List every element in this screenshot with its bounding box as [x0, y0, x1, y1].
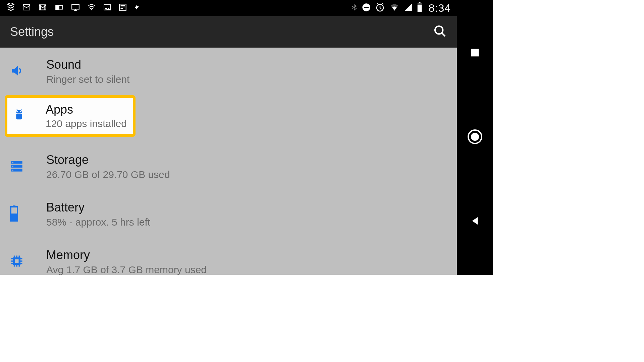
- svg-rect-11: [419, 2, 420, 3]
- status-clock: 8:34: [429, 2, 451, 14]
- device-frame: 8:34 Settings Sound Ringer set to silent: [0, 0, 493, 275]
- nav-home-button[interactable]: [467, 129, 483, 146]
- row-subtitle: Avg 1.7 GB of 3.7 GB memory used: [46, 264, 207, 276]
- status-bar: 8:34: [0, 0, 457, 16]
- dnd-icon: [362, 3, 371, 13]
- outlook-icon: [54, 3, 64, 13]
- image-icon: [103, 3, 112, 13]
- settings-list: Sound Ringer set to silent Storage 26.70…: [0, 48, 457, 275]
- row-title: Storage: [46, 153, 170, 167]
- alarm-icon: [375, 2, 385, 14]
- settings-item-storage[interactable]: Storage 26.70 GB of 29.70 GB used: [0, 143, 457, 190]
- row-title: Memory: [46, 248, 207, 262]
- svg-rect-20: [11, 214, 17, 220]
- wifi-signal-icon: [389, 3, 400, 13]
- memory-chip-icon: [9, 254, 24, 270]
- svg-point-18: [12, 170, 13, 171]
- row-subtitle: 120 apps installed: [46, 118, 127, 129]
- storage-icon: [9, 159, 24, 174]
- svg-rect-10: [417, 5, 422, 12]
- row-title: Battery: [46, 200, 150, 215]
- svg-rect-24: [16, 114, 22, 120]
- flash-icon: [133, 3, 140, 13]
- svg-rect-27: [471, 49, 479, 57]
- svg-point-25: [17, 111, 18, 112]
- row-subtitle: Ringer set to silent: [46, 74, 129, 85]
- nav-back-button[interactable]: [469, 215, 481, 228]
- svg-rect-23: [15, 259, 19, 263]
- app-bar: Settings: [0, 16, 457, 48]
- svg-point-29: [471, 133, 479, 141]
- status-left-icons: [6, 3, 140, 13]
- wifi-icon: [87, 3, 97, 13]
- settings-item-apps[interactable]: Apps 120 apps installed: [5, 95, 136, 137]
- svg-rect-7: [364, 7, 369, 8]
- nav-recent-button[interactable]: [469, 47, 481, 60]
- stack-icon: [6, 3, 15, 13]
- row-title: Sound: [46, 58, 129, 72]
- svg-rect-2: [72, 4, 79, 9]
- bluetooth-icon: [351, 2, 358, 14]
- cell-signal-icon: [404, 3, 413, 13]
- svg-point-16: [12, 162, 13, 163]
- monitor-icon: [70, 3, 80, 13]
- svg-point-26: [20, 111, 21, 112]
- android-apps-icon: [12, 108, 26, 124]
- volume-icon: [9, 63, 24, 79]
- search-icon[interactable]: [433, 24, 447, 39]
- settings-item-sound[interactable]: Sound Ringer set to silent: [0, 48, 457, 95]
- svg-rect-0: [55, 5, 59, 10]
- row-subtitle: 58% - approx. 5 hrs left: [46, 217, 150, 228]
- battery-icon: [417, 2, 423, 14]
- news-icon: [118, 3, 127, 13]
- svg-point-12: [435, 26, 443, 34]
- mail-icon: [21, 3, 32, 13]
- app-bar-title: Settings: [10, 25, 54, 39]
- row-title: Apps: [46, 103, 127, 117]
- svg-rect-21: [13, 205, 15, 207]
- unused-whitespace: [0, 275, 644, 362]
- battery-upright-icon: [9, 205, 19, 223]
- row-subtitle: 26.70 GB of 29.70 GB used: [46, 169, 170, 180]
- settings-item-battery[interactable]: Battery 58% - approx. 5 hrs left: [0, 190, 457, 238]
- gmail-icon: [38, 3, 48, 13]
- unused-whitespace: [493, 0, 644, 275]
- navigation-bar: [457, 0, 493, 275]
- svg-point-3: [91, 9, 92, 10]
- svg-point-17: [12, 166, 13, 167]
- status-right-icons: 8:34: [351, 2, 451, 14]
